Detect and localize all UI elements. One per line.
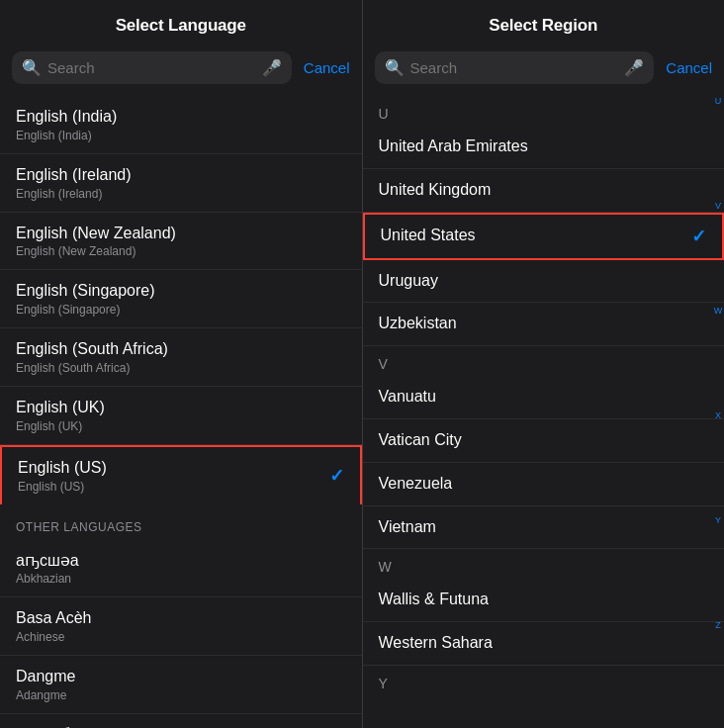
left-english-items: English (India) English (India) English … [0, 96, 362, 504]
left-search-row: 🔍 🎤 Cancel [0, 44, 362, 92]
section-label-v: V [363, 346, 725, 376]
item-content: United States [381, 226, 692, 246]
item-secondary: English (South Africa) [16, 361, 346, 375]
section-label-y: Y [363, 666, 725, 695]
item-content: Vietnam [379, 517, 709, 538]
item-primary: United Arab Emirates [379, 136, 709, 157]
left-list-area: English (India) English (India) English … [0, 96, 362, 728]
item-content: English (South Africa) English (South Af… [16, 339, 346, 375]
list-item[interactable]: Vietnam [363, 506, 725, 550]
scroll-index: U V W X Y Z [712, 0, 724, 728]
scroll-letter-u[interactable]: U [715, 97, 722, 107]
item-secondary: English (Ireland) [16, 187, 346, 201]
item-primary: Venezuela [379, 474, 709, 495]
item-secondary: English (US) [18, 480, 329, 494]
right-search-container[interactable]: 🔍 🎤 [375, 51, 655, 84]
item-primary: Uzbekistan [379, 314, 709, 334]
item-content: English (New Zealand) English (New Zeala… [16, 224, 346, 259]
left-other-items: аҧсшәа Abkhazian Basa Acèh Achinese Dang… [0, 540, 362, 728]
left-panel-title: Select Language [16, 16, 346, 36]
item-secondary: English (India) [16, 129, 346, 142]
right-panel-header: Select Region [363, 0, 725, 44]
list-item[interactable]: Uzbekistan [363, 303, 725, 346]
left-search-container[interactable]: 🔍 🎤 [12, 51, 292, 84]
scroll-letter-w[interactable]: W [714, 307, 723, 317]
item-content: Vanuatu [379, 387, 709, 408]
list-item[interactable]: English (India) English (India) [0, 96, 362, 154]
right-mic-icon[interactable]: 🎤 [624, 58, 644, 77]
select-region-panel: Select Region 🔍 🎤 Cancel U United Arab E… [363, 0, 725, 728]
item-content: аҧсшәа Abkhazian [16, 551, 346, 587]
right-search-row: 🔍 🎤 Cancel [363, 44, 725, 92]
list-item[interactable]: English (UK) English (UK) [0, 387, 362, 445]
item-primary: Uruguay [379, 271, 709, 292]
item-secondary: English (New Zealand) [16, 244, 346, 258]
list-item[interactable]: Wallis & Futuna [363, 579, 725, 622]
selected-region-item[interactable]: United States ✓ [363, 213, 725, 260]
item-primary: Vatican City [379, 430, 709, 451]
item-secondary: Abkhazian [16, 572, 346, 586]
item-content: English (India) English (India) [16, 107, 346, 142]
left-panel-header: Select Language [0, 0, 362, 44]
scroll-letter-y[interactable]: Y [715, 516, 721, 526]
list-item[interactable]: Адыгабзэ [0, 714, 362, 728]
item-primary: English (South Africa) [16, 339, 346, 360]
item-content: Uzbekistan [379, 314, 709, 334]
item-primary: Dangme [16, 667, 346, 687]
list-item[interactable]: English (South Africa) English (South Af… [0, 328, 362, 387]
list-item[interactable]: English (Ireland) English (Ireland) [0, 154, 362, 213]
list-item[interactable]: Basa Acèh Achinese [0, 597, 362, 656]
item-primary: аҧсшәа [16, 551, 346, 572]
item-secondary: Adangme [16, 688, 346, 702]
selected-language-item[interactable]: English (US) English (US) ✓ [0, 445, 362, 504]
item-primary: English (Ireland) [16, 165, 346, 186]
list-item[interactable]: Uruguay [363, 260, 725, 304]
list-item[interactable]: United Arab Emirates [363, 126, 725, 169]
item-primary: Wallis & Futuna [379, 590, 709, 610]
scroll-letter-z[interactable]: Z [715, 621, 721, 631]
item-primary: English (India) [16, 107, 346, 128]
section-label-w: W [363, 549, 725, 579]
right-list-area: U United Arab Emirates United Kingdom Un… [363, 96, 725, 728]
list-item[interactable]: Venezuela [363, 463, 725, 506]
item-primary: Vietnam [379, 517, 709, 538]
right-panel-title: Select Region [379, 16, 709, 36]
other-languages-section-header: OTHER LANGUAGES [0, 504, 362, 540]
left-search-icon: 🔍 [22, 58, 42, 77]
item-primary: English (New Zealand) [16, 224, 346, 244]
list-item[interactable]: English (New Zealand) English (New Zeala… [0, 213, 362, 271]
list-item[interactable]: United Kingdom [363, 169, 725, 213]
item-content: English (US) English (US) [18, 458, 329, 494]
item-content: Western Sahara [379, 633, 709, 654]
item-content: Dangme Adangme [16, 667, 346, 702]
item-content: United Kingdom [379, 180, 709, 201]
list-item[interactable]: Vanuatu [363, 376, 725, 419]
left-cancel-button[interactable]: Cancel [292, 59, 362, 76]
item-content: United Arab Emirates [379, 136, 709, 157]
right-search-input[interactable] [410, 59, 619, 76]
item-primary: English (US) [18, 458, 329, 479]
item-content: English (Singapore) English (Singapore) [16, 281, 346, 317]
list-item[interactable]: Western Sahara [363, 622, 725, 666]
scroll-letter-x[interactable]: X [715, 411, 721, 421]
section-label-u: U [363, 96, 725, 126]
item-content: Venezuela [379, 474, 709, 495]
list-item[interactable]: Dangme Adangme [0, 656, 362, 714]
list-item[interactable]: English (Singapore) English (Singapore) [0, 270, 362, 328]
left-mic-icon[interactable]: 🎤 [262, 58, 282, 77]
left-search-input[interactable] [47, 59, 256, 76]
item-content: Vatican City [379, 430, 709, 451]
item-primary: English (Singapore) [16, 281, 346, 302]
scroll-letter-v[interactable]: V [715, 202, 721, 212]
list-item[interactable]: Vatican City [363, 419, 725, 463]
right-search-icon: 🔍 [385, 58, 405, 77]
item-content: Uruguay [379, 271, 709, 292]
item-content: Wallis & Futuna [379, 590, 709, 610]
item-secondary: Achinese [16, 630, 346, 644]
checkmark-icon: ✓ [691, 226, 706, 247]
item-primary: United Kingdom [379, 180, 709, 201]
item-primary: Basa Acèh [16, 608, 346, 629]
item-primary: Western Sahara [379, 633, 709, 654]
list-item[interactable]: аҧсшәа Abkhazian [0, 540, 362, 598]
select-region-wrapper: Select Region 🔍 🎤 Cancel U United Arab E… [363, 0, 725, 728]
